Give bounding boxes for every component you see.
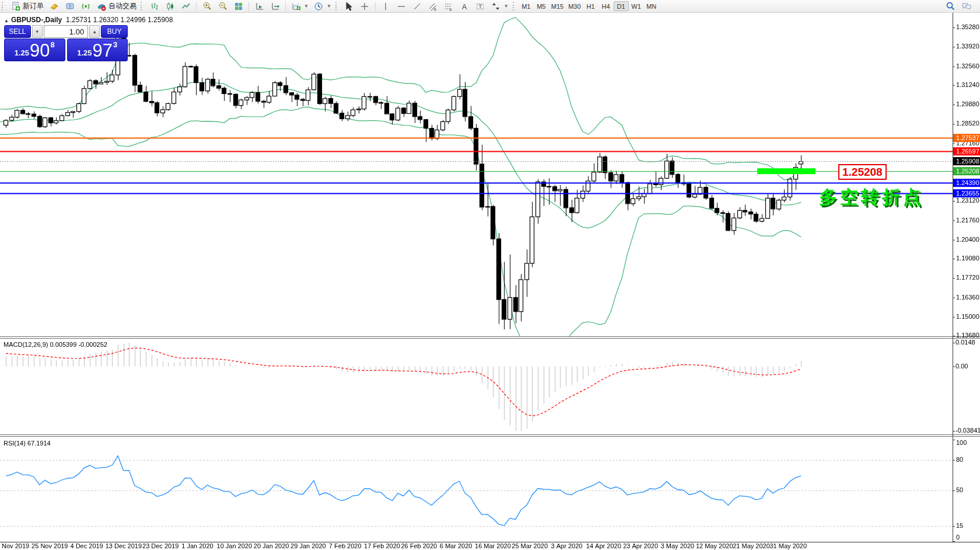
ohlc-values: 1.25731 1.26320 1.24996 1.25908 <box>66 16 173 24</box>
auto-trading-label: 自动交易 <box>108 1 136 11</box>
dropdown-arrow-icon: ▼ <box>304 4 309 9</box>
symbol-period-label: GBPUSD-,Daily <box>11 16 62 24</box>
timeframe-button-M30[interactable]: M30 <box>566 1 583 11</box>
text-button[interactable]: A <box>457 1 473 12</box>
toolbar-grip[interactable] <box>2 2 5 11</box>
fibonacci-icon: F <box>443 1 454 12</box>
toolbar-separator <box>375 2 376 11</box>
virtual-hosting-button[interactable] <box>62 1 78 12</box>
text-icon: A <box>459 1 470 12</box>
one-click-trading-panel: SELL ▼ 1.00 ▲ BUY 1.25 90 8 1.25 97 3 <box>4 25 128 61</box>
arrows-icon <box>491 1 502 12</box>
metaeditor-icon <box>48 1 60 12</box>
cursor-icon <box>344 1 355 12</box>
new-order-icon <box>10 1 21 12</box>
toolbar-grip[interactable] <box>513 2 516 11</box>
chart-bars-button[interactable] <box>146 1 162 12</box>
vertical-line-button[interactable] <box>378 1 394 12</box>
sell-price-prefix: 1.25 <box>15 48 29 57</box>
zoom-in-button[interactable] <box>199 1 215 12</box>
toolbar-separator <box>249 2 249 11</box>
horizontal-line-button[interactable] <box>394 1 410 12</box>
sell-price-panel[interactable]: 1.25 90 8 <box>4 39 65 61</box>
auto-scroll-button[interactable] <box>251 1 267 12</box>
candlestick-icon <box>164 1 176 12</box>
periods-button[interactable]: ▼ <box>311 1 334 12</box>
horizontal-line-icon <box>396 1 407 12</box>
zoom-out-button[interactable] <box>215 1 230 12</box>
price-chart-canvas[interactable] <box>0 0 980 550</box>
indicators-button[interactable]: ▼ <box>288 1 311 12</box>
auto-trading-button[interactable]: 自动交易 <box>93 1 139 12</box>
text-label-button[interactable]: T <box>473 1 488 12</box>
clock-icon <box>313 1 324 12</box>
cursor-button[interactable] <box>341 1 357 12</box>
price-annotation-label[interactable]: 1.25208 <box>838 164 887 180</box>
new-order-label: 新订单 <box>23 1 44 11</box>
timeframe-button-M5[interactable]: M5 <box>534 1 549 11</box>
toolbar-grip[interactable] <box>141 2 144 11</box>
virtual-hosting-icon <box>64 1 75 12</box>
timeframe-toolbar: M1M5M15M30H1H4D1W1MN <box>519 1 659 11</box>
equidistant-channel-icon: E <box>428 1 439 12</box>
dropdown-arrow-icon: ▼ <box>504 4 509 9</box>
timeframe-button-W1[interactable]: W1 <box>629 1 644 11</box>
buy-price-big: 97 <box>93 41 113 60</box>
toolbar-grip[interactable] <box>335 2 339 11</box>
timeframe-button-D1[interactable]: D1 <box>614 1 629 11</box>
zoom-out-icon <box>217 1 228 12</box>
signals-button[interactable] <box>78 1 93 12</box>
crosshair-icon <box>359 1 370 12</box>
chart-shift-button[interactable] <box>267 1 283 12</box>
fibonacci-button[interactable]: F <box>441 1 457 12</box>
timeframe-button-H1[interactable]: H1 <box>583 1 598 11</box>
zoom-in-icon <box>201 1 212 12</box>
line-chart-icon <box>180 1 191 12</box>
new-order-button[interactable]: 新订单 <box>8 1 46 12</box>
arrows-button[interactable]: ▼ <box>488 1 511 12</box>
buy-price-panel[interactable]: 1.25 97 3 <box>67 39 128 61</box>
buy-price-pip: 3 <box>113 40 117 49</box>
svg-text:E: E <box>434 8 436 11</box>
trendline-icon <box>412 1 423 12</box>
auto-scroll-icon <box>254 1 265 12</box>
chart-candles-button[interactable] <box>162 1 178 12</box>
sell-price-big: 90 <box>30 41 50 60</box>
tile-windows-icon <box>233 1 244 12</box>
volume-input[interactable]: 1.00 <box>44 25 88 38</box>
sell-price-pip: 8 <box>51 40 55 49</box>
auto-trading-icon <box>96 1 107 12</box>
community-button[interactable] <box>958 1 974 12</box>
equidistant-channel-button[interactable]: E <box>425 1 441 12</box>
svg-text:A: A <box>462 2 467 11</box>
chart-shift-icon <box>270 1 281 12</box>
toolbar-separator <box>196 2 197 11</box>
timeframe-button-H4[interactable]: H4 <box>598 1 614 11</box>
metaeditor-button[interactable] <box>46 1 62 12</box>
sell-button[interactable]: SELL <box>4 25 31 38</box>
add-indicator-icon <box>290 1 302 12</box>
volume-decrease-button[interactable]: ▼ <box>32 25 43 38</box>
chart-line-button[interactable] <box>178 1 194 12</box>
timeframe-button-MN[interactable]: MN <box>644 1 659 11</box>
rsi-indicator-label: RSI(14) 67.1914 <box>4 440 51 447</box>
collapse-icon[interactable]: ▲ <box>4 18 9 23</box>
buy-price-prefix: 1.25 <box>77 48 92 57</box>
mt4-window: 新订单 自动交易 <box>0 0 980 550</box>
signals-icon <box>80 1 91 12</box>
volume-increase-button[interactable]: ▲ <box>89 25 100 38</box>
svg-text:T: T <box>479 4 482 9</box>
search-button[interactable] <box>943 1 958 12</box>
turning-point-annotation[interactable]: 多空转折点 <box>819 185 924 210</box>
crosshair-button[interactable] <box>357 1 373 12</box>
timeframe-button-M1[interactable]: M1 <box>519 1 534 11</box>
macd-indicator-label: MACD(12,26,9) 0.005399 -0.000252 <box>4 341 107 348</box>
toolbar-separator <box>285 2 286 11</box>
search-icon <box>945 1 956 12</box>
timeframe-button-M15[interactable]: M15 <box>549 1 566 11</box>
text-label-icon: T <box>475 1 486 12</box>
buy-button[interactable]: BUY <box>101 25 128 38</box>
trendline-button[interactable] <box>410 1 425 12</box>
tile-windows-button[interactable] <box>230 1 246 12</box>
bar-chart-icon <box>149 1 160 12</box>
